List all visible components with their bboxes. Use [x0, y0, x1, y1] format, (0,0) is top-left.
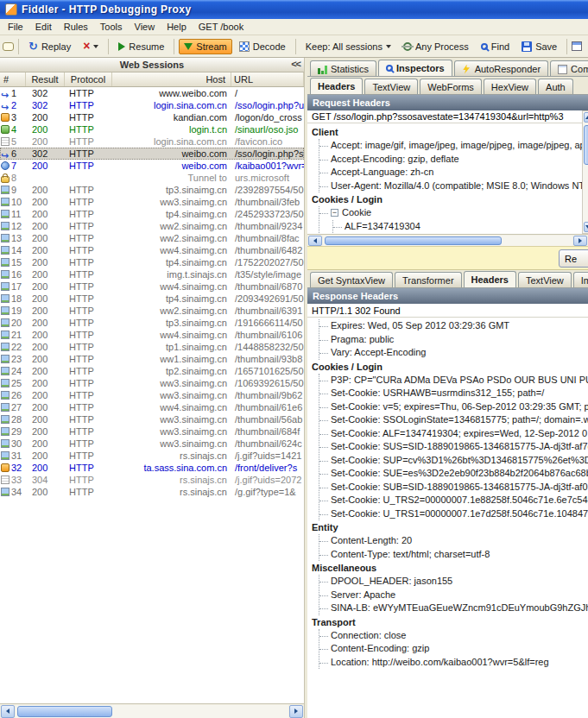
- keep-sessions-button[interactable]: Keep: All sessions: [300, 39, 396, 54]
- scroll-track[interactable]: [323, 236, 572, 246]
- session-row-30[interactable]: 30200HTTPww3.sinaimg.cn/thumbnail/624c: [0, 438, 304, 450]
- request-h-scrollbar[interactable]: [307, 234, 588, 246]
- menu-item-file[interactable]: File: [2, 21, 29, 33]
- session-row-13[interactable]: 13200HTTPww2.sinaimg.cn/thumbnail/8fac: [0, 232, 304, 244]
- header-item[interactable]: Set-Cookie: ALF=1347419304; expires=Wed,…: [319, 427, 588, 441]
- response-tab-headers[interactable]: Headers: [464, 271, 516, 288]
- menu-item-view[interactable]: View: [129, 21, 161, 33]
- scroll-thumb[interactable]: [325, 236, 502, 245]
- scroll-thumb[interactable]: [584, 125, 588, 165]
- session-row-33[interactable]: 33304HTTPrs.sinajs.cn/j.gif?uids=2072: [0, 474, 304, 486]
- header-item[interactable]: Set-Cookie: SUE=es%3D2e2eb90f23b884b2f20…: [319, 467, 588, 481]
- header-item[interactable]: SINA-LB: eWYyMTEuaGEueWZncm91cDEuYmoubG9…: [319, 601, 588, 615]
- scroll-right-button[interactable]: [573, 236, 587, 246]
- header-item[interactable]: Cookie: [319, 206, 588, 220]
- comment-icon[interactable]: [3, 42, 14, 51]
- session-row-21[interactable]: 21200HTTPww4.sinaimg.cn/thumbnail/6106: [0, 329, 304, 341]
- scroll-down-button[interactable]: [584, 222, 588, 232]
- collapse-toggle-icon[interactable]: [331, 209, 338, 217]
- session-row-28[interactable]: 28200HTTPww3.sinaimg.cn/thumbnail/56ab: [0, 413, 304, 425]
- save-button[interactable]: Save: [516, 39, 562, 54]
- response-tab-textview[interactable]: TextView: [518, 272, 572, 287]
- session-row-5[interactable]: 5200HTTPlogin.sina.com.cn/favicon.ico: [0, 135, 304, 148]
- request-tab-headers[interactable]: Headers: [310, 78, 363, 95]
- session-row-27[interactable]: 27200HTTPww4.sinaimg.cn/thumbnail/61e6: [0, 401, 304, 413]
- find-button[interactable]: Find: [476, 39, 515, 54]
- menu-item-get-book[interactable]: GET /book: [193, 21, 250, 33]
- scroll-right-button[interactable]: [289, 705, 303, 718]
- header-item[interactable]: P3P: CP="CURa ADMa DEVa PSAo PSDo OUR BU…: [319, 374, 588, 387]
- launch-window-icon[interactable]: [572, 41, 582, 51]
- column-header-number[interactable]: #: [0, 72, 26, 86]
- request-v-scrollbar[interactable]: [582, 110, 588, 234]
- menu-item-help[interactable]: Help: [161, 21, 193, 33]
- header-item[interactable]: Server: Apache: [319, 589, 588, 602]
- header-item[interactable]: Accept-Language: zh-cn: [319, 166, 588, 180]
- header-item[interactable]: Content-Length: 20: [319, 534, 588, 548]
- scroll-left-button[interactable]: [308, 236, 322, 246]
- request-tab-hexview[interactable]: HexView: [484, 79, 536, 94]
- session-row-1[interactable]: 1302HTTPwww.weibo.com/: [0, 87, 304, 99]
- header-item[interactable]: Accept-Encoding: gzip, deflate: [319, 153, 588, 167]
- decode-toggle-button[interactable]: Decode: [234, 39, 291, 54]
- request-tab-textview[interactable]: TextView: [364, 79, 418, 94]
- session-row-10[interactable]: 10200HTTPww3.sinaimg.cn/thumbnail/3feb: [0, 196, 304, 208]
- response-tab-transformer[interactable]: Transformer: [395, 272, 462, 287]
- session-row-15[interactable]: 15200HTTPtp4.sinaimg.cn/1752202027/50: [0, 256, 304, 268]
- collapse-panel-button[interactable]: <<: [291, 59, 300, 69]
- response-tab-im[interactable]: Im: [573, 272, 588, 287]
- column-header-result[interactable]: Result: [26, 72, 65, 86]
- session-row-17[interactable]: 17200HTTPww4.sinaimg.cn/thumbnail/6870: [0, 280, 304, 293]
- session-row-31[interactable]: 31200HTTPrs.sinajs.cn/j.gif?uids=1421: [0, 450, 304, 462]
- header-item[interactable]: Set-Cookie: USRHAWB=usrmdins312_155; pat…: [319, 387, 588, 400]
- session-row-19[interactable]: 19200HTTPww2.sinaimg.cn/thumbnail/6391: [0, 305, 304, 317]
- column-header-url[interactable]: URL: [231, 72, 304, 86]
- header-item[interactable]: ALF=1347419304: [333, 220, 588, 234]
- tab-statistics[interactable]: Statistics: [310, 60, 376, 76]
- session-row-8[interactable]: 8Tunnel tours.microsoft: [0, 172, 304, 184]
- session-row-24[interactable]: 24200HTTPtp2.sinaimg.cn/1657101625/50: [0, 365, 304, 377]
- header-item[interactable]: Expires: Wed, 05 Sep 2012 03:29:36 GMT: [319, 319, 588, 333]
- session-row-16[interactable]: 16200HTTPimg.t.sinajs.cn/t35/style/image: [0, 268, 304, 280]
- session-row-34[interactable]: 34200HTTPrs.sinajs.cn/g.gif?type=1&: [0, 486, 304, 498]
- session-row-2[interactable]: 2302HTTPlogin.sina.com.cn/sso/login.php?…: [0, 99, 304, 111]
- header-item[interactable]: User-Agent: Mozilla/4.0 (compatible; MSI…: [319, 180, 588, 193]
- header-item[interactable]: Connection: close: [319, 629, 588, 643]
- scroll-left-button[interactable]: [1, 705, 15, 718]
- session-row-7[interactable]: 7200HTTPweibo.com/kaibao001?wvr=: [0, 160, 304, 172]
- any-process-button[interactable]: Any Process: [398, 39, 474, 54]
- header-item[interactable]: Set-Cookie: U_TRS2=00000007.1e88258f.504…: [319, 494, 588, 507]
- request-tab-webforms[interactable]: WebForms: [420, 79, 482, 94]
- session-row-3[interactable]: 3200HTTPkandian.com/logon/do_cross: [0, 111, 304, 123]
- header-item[interactable]: Set-Cookie: SUP=cv%3D1%26bt%3D1346815775…: [319, 454, 588, 468]
- session-row-18[interactable]: 18200HTTPtp4.sinaimg.cn/2093492691/50: [0, 293, 304, 305]
- menu-item-tools[interactable]: Tools: [94, 21, 129, 33]
- scroll-up-button[interactable]: [584, 112, 588, 123]
- sessions-h-scrollbar[interactable]: [0, 703, 304, 718]
- header-item[interactable]: Set-Cookie: SUB=SID-1889019865-134681577…: [319, 481, 588, 494]
- header-item[interactable]: Set-Cookie: v=5; expires=Thu, 06-Sep-201…: [319, 400, 588, 414]
- session-row-32[interactable]: 32200HTTPta.sass.sina.com.cn/front/deliv…: [0, 462, 304, 474]
- session-row-20[interactable]: 20200HTTPtp3.sinaimg.cn/1916666114/50: [0, 317, 304, 329]
- column-header-protocol[interactable]: Protocol: [65, 72, 112, 86]
- session-row-14[interactable]: 14200HTTPww4.sinaimg.cn/thumbnail/6482: [0, 244, 304, 256]
- tab-comp[interactable]: Comp: [550, 60, 588, 76]
- session-row-23[interactable]: 23200HTTPww1.sinaimg.cn/thumbnail/93b8: [0, 353, 304, 365]
- menu-item-rules[interactable]: Rules: [58, 21, 94, 33]
- scroll-track[interactable]: [16, 705, 288, 718]
- session-row-11[interactable]: 11200HTTPtp4.sinaimg.cn/2452933723/50: [0, 208, 304, 220]
- replay-button[interactable]: Replay: [23, 38, 76, 54]
- request-line[interactable]: GET /sso/login.php?ssosavestate=13474193…: [307, 110, 588, 123]
- header-item[interactable]: Location: http://weibo.com/kaibao001?wvr…: [319, 656, 588, 670]
- session-row-4[interactable]: 4200HTTPlogin.t.cn/sinaurl/oso.jso: [0, 123, 304, 135]
- scroll-thumb[interactable]: [17, 706, 112, 717]
- header-item[interactable]: Content-Encoding: gzip: [319, 642, 588, 656]
- tab-inspectors[interactable]: Inspectors: [378, 60, 452, 77]
- request-tab-auth[interactable]: Auth: [538, 79, 573, 94]
- menu-item-edit[interactable]: Edit: [29, 21, 58, 33]
- remove-sessions-button[interactable]: [78, 38, 104, 54]
- header-item[interactable]: Accept: image/gif, image/jpeg, image/pjp…: [319, 139, 588, 153]
- session-row-29[interactable]: 29200HTTPww3.sinaimg.cn/thumbnail/684f: [0, 425, 304, 438]
- session-row-25[interactable]: 25200HTTPww3.sinaimg.cn/1069392615/50: [0, 377, 304, 389]
- session-row-9[interactable]: 9200HTTPtp3.sinaimg.cn/2392897554/50: [0, 184, 304, 196]
